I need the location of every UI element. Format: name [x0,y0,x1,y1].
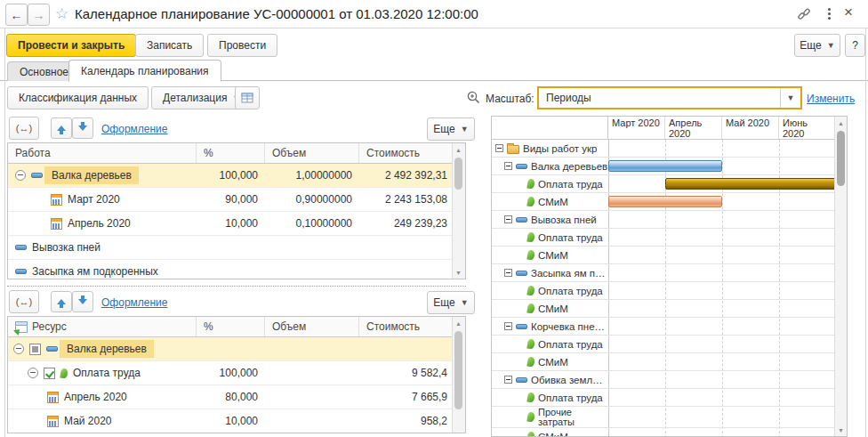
move-down-button[interactable] [72,117,93,139]
scroll-down-icon[interactable]: ▼ [835,425,847,435]
gantt-bar-blue[interactable] [608,160,722,172]
gantt-row[interactable]: Оплата труда [492,229,847,247]
link-icon[interactable] [797,7,811,21]
gantt-row[interactable]: Корчевка пне… [492,318,847,336]
work-table-row[interactable]: Вывозка пней [8,236,465,260]
expander-icon[interactable] [504,322,512,330]
resource-icon [15,321,28,333]
gantt-row[interactable]: Оплата труда [492,336,847,353]
data-classification-button[interactable]: Классификация данных [7,86,149,109]
gantt-row[interactable]: СМиМ [492,247,847,264]
more-menu-icon[interactable] [828,8,831,11]
gantt-row[interactable]: СМиМ [492,428,847,437]
pane-splitter[interactable] [7,286,466,287]
close-icon[interactable]: × [844,4,853,21]
resource-table-row[interactable]: Оплата труда100,0009 582,4 [8,361,465,385]
scroll-down-icon[interactable]: ▼ [453,267,464,278]
work-table-row[interactable]: Валка деревьев100,0001,000000002 492 392… [8,164,465,188]
resource-table-row[interactable]: Май 202010,000958,2 [8,409,465,433]
move-up-button[interactable] [51,291,72,312]
gantt-chart: Март 2020 Апрель 2020 Май 2020 Июнь 2020… [491,116,848,437]
post-and-close-button[interactable]: Провести и закрыть [6,34,136,57]
column-header[interactable]: Объем [265,143,359,163]
arrow-down-icon [78,299,87,304]
gantt-row[interactable]: Засыпка ям п… [492,264,847,282]
work-table-more-button[interactable]: Еще▼ [427,117,475,141]
checkbox-checked[interactable] [44,368,55,379]
work-table-scrollbar[interactable]: ▲ ▼ [452,143,465,279]
move-up-button[interactable] [51,117,72,139]
gantt-row[interactable]: СМиМ [492,300,847,318]
resource-table-row[interactable]: Валка деревьев [8,337,465,361]
scrollbar-thumb[interactable] [454,331,462,409]
back-button[interactable]: ← [5,4,28,26]
scrollbar-thumb[interactable] [454,158,462,190]
gantt-row[interactable]: Оплата труда [492,389,847,407]
expander-icon[interactable] [504,376,512,384]
chevron-down-icon: ▼ [461,298,469,307]
gantt-row[interactable]: СМиМ [492,353,847,371]
gantt-chart-cell [608,353,847,370]
scrollbar-thumb[interactable] [837,131,845,186]
resource-table-row[interactable]: Апрель 202080,0007 665,9 [8,385,465,409]
scroll-up-icon[interactable]: ▲ [453,318,464,328]
help-button[interactable]: ? [845,34,865,57]
expander-icon[interactable] [495,144,503,152]
gantt-row[interactable]: Валка деревьев [492,158,847,175]
resource-table-scrollbar[interactable]: ▲ [452,317,465,433]
leaf-icon [60,368,68,378]
work-table-row[interactable]: Апрель 202010,0000,10000000249 239,23 [8,212,465,236]
appearance-link[interactable]: Оформление [101,296,167,309]
favorite-star-icon[interactable]: ☆ [55,4,68,23]
chevron-down-icon: ▼ [461,125,469,134]
work-table-row[interactable]: Засыпка ям подкоренных [8,260,465,279]
gantt-row[interactable]: Виды работ укр [492,140,847,158]
write-button[interactable]: Записать [135,34,204,57]
form-settings-button[interactable]: (↔) [9,117,39,140]
calendar-icon [47,416,59,427]
cost-cell: 249 239,23 [359,217,454,230]
gantt-row[interactable]: Прочие затраты [492,407,847,428]
expander-icon[interactable] [15,170,26,181]
change-link[interactable]: Изменить [807,93,855,105]
column-header[interactable]: % [197,317,265,336]
gantt-bar-orange[interactable] [608,196,722,207]
more-button[interactable]: Еще▼ [794,34,840,57]
appearance-link[interactable]: Оформление [101,123,167,135]
forward-button[interactable]: → [28,4,50,26]
expander-icon[interactable] [13,344,24,354]
checkbox-partial[interactable] [29,344,41,355]
leaf-icon [526,356,534,367]
gantt-row[interactable]: СМиМ [492,193,847,211]
chart-settings-button[interactable] [235,86,260,109]
gantt-scrollbar[interactable]: ▲ ▼ [834,117,847,436]
expander-icon[interactable] [504,162,512,170]
gantt-bar-gold[interactable] [665,178,837,190]
resource-table-more-button[interactable]: Еще▼ [427,291,475,314]
scroll-up-icon[interactable]: ▲ [453,144,464,155]
gantt-row[interactable]: Обивка земл… [492,371,847,389]
column-header[interactable]: Стоимость [359,317,454,336]
work-table-row[interactable]: Март 202090,0000,900000002 243 153,08 [8,188,465,212]
scale-combobox[interactable]: Периоды ▼ [537,86,802,109]
volume-cell: 0,90000000 [265,193,359,206]
post-button[interactable]: Провести [207,34,277,57]
expander-icon[interactable] [504,269,512,277]
scroll-up-icon[interactable]: ▲ [835,117,847,128]
form-settings-button[interactable]: (↔) [9,290,39,313]
expander-icon[interactable] [504,215,512,223]
gantt-chart-cell [608,407,847,427]
gantt-row[interactable]: Оплата труда [492,175,847,193]
work-row-label: Вывозка пней [32,241,100,254]
gantt-row[interactable]: Оплата труда [492,282,847,300]
column-header[interactable]: Объем [265,317,359,336]
column-header[interactable]: Стоимость [359,143,454,163]
tab-calendar-planning[interactable]: Календарь планирования [68,60,221,82]
expander-icon[interactable] [28,368,38,378]
column-header[interactable]: Ресурс [8,317,197,336]
gantt-row[interactable]: Вывозка пней [492,211,847,229]
combobox-dropdown-button[interactable]: ▼ [780,88,800,108]
column-header[interactable]: % [197,143,265,163]
move-down-button[interactable] [72,291,93,312]
column-header[interactable]: Работа [8,143,197,163]
